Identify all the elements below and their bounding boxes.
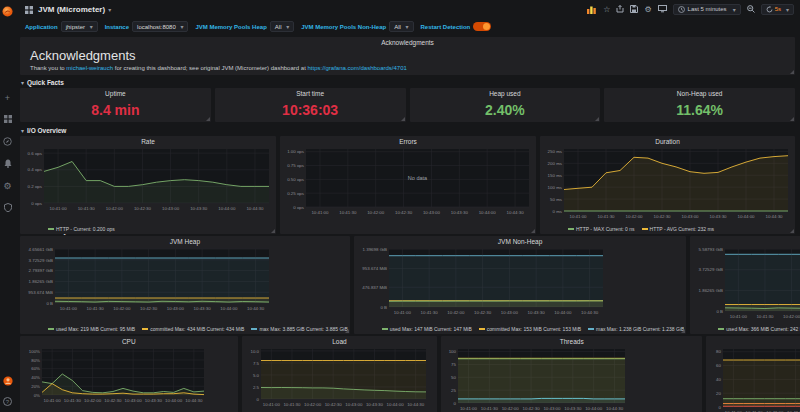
svg-text:10:42:30: 10:42:30 [140, 306, 158, 311]
settings-gear-icon[interactable]: ⚙ [644, 5, 651, 14]
sidebar-nav: + ⚙ [3, 93, 12, 213]
time-range-picker[interactable]: Last 5 minutes ▾ [673, 4, 741, 15]
legend-item[interactable]: used Max: 219 MiB Current: 95 MiB [48, 326, 135, 332]
pools-nonheap-select[interactable]: All ▾ [389, 21, 413, 32]
legend-item[interactable]: committed Max: 434 MiB Current: 434 MiB [142, 326, 244, 332]
title-caret-icon[interactable]: ▾ [108, 6, 111, 13]
svg-text:100 ms: 100 ms [548, 185, 563, 190]
svg-text:10:43:00: 10:43:00 [423, 210, 441, 215]
thread-states-chart[interactable]: 10:41:0010:41:3010:42:0010:42:3010:43:00… [708, 346, 800, 412]
clock-icon [678, 6, 685, 13]
svg-text:10:41:00: 10:41:00 [394, 310, 412, 315]
share-icon[interactable] [616, 5, 624, 13]
legend-item[interactable]: HTTP - MAX Current: 0 ns [568, 226, 635, 232]
svg-text:10:43:00: 10:43:00 [681, 214, 699, 219]
cpu-chart[interactable]: 10:41:0010:41:3010:42:0010:42:3010:43:00… [22, 346, 236, 412]
svg-text:No data: No data [408, 175, 428, 181]
svg-text:10:41:00: 10:41:00 [460, 406, 478, 411]
add-panel-icon[interactable] [587, 5, 597, 14]
row-io-overview[interactable]: ▾ I/O Overview [21, 126, 795, 134]
svg-text:10:44:30: 10:44:30 [765, 214, 783, 219]
panel-title[interactable]: Start time [215, 88, 406, 98]
duration-chart[interactable]: 10:41:0010:41:3010:42:0010:42:3010:43:00… [542, 146, 793, 224]
grafana-logo-icon[interactable] [2, 3, 13, 21]
application-label: Application [25, 24, 58, 30]
favorite-star-icon[interactable]: ☆ [603, 5, 610, 14]
configuration-gear-icon[interactable]: ⚙ [3, 181, 11, 191]
cycle-view-monitor-icon[interactable] [658, 5, 667, 13]
refresh-picker[interactable]: 5s ▾ [761, 4, 794, 15]
zoom-out-icon[interactable] [747, 5, 755, 13]
legend-item[interactable]: max Max: 1.238 GiB Current: 1.238 GiB [588, 326, 684, 332]
panel-title[interactable]: Threads [443, 336, 700, 346]
pools-heap-select[interactable]: All ▾ [270, 21, 294, 32]
panel-title[interactable]: Thread States [708, 336, 800, 346]
legend-item[interactable]: max Max: 3.885 GiB Current: 3.885 GiB [251, 326, 347, 332]
panel-title[interactable]: JVM Total [692, 236, 800, 246]
svg-text:0 ops: 0 ops [31, 201, 43, 206]
time-range-caret-icon: ▾ [733, 6, 736, 13]
panel-errors: Errors 10:41:0010:41:3010:42:0010:42:301… [280, 136, 536, 234]
instance-select[interactable]: localhost:8080 ▾ [132, 21, 188, 32]
user-avatar[interactable] [3, 372, 13, 390]
svg-text:10:41:30: 10:41:30 [481, 406, 499, 411]
jvm-nonheap-chart[interactable]: 10:41:0010:41:3010:42:0010:42:3010:43:00… [356, 246, 685, 324]
load-chart[interactable]: 10:41:0010:41:3010:42:0010:42:3010:43:00… [244, 346, 436, 412]
svg-text:2.5: 2.5 [252, 385, 259, 390]
legend-item[interactable]: used Max: 366 MiB Current: 242 MiB [718, 326, 800, 332]
panel-title[interactable]: JVM Non-Heap [356, 236, 685, 246]
panel-title[interactable]: CPU [22, 336, 236, 346]
author-link[interactable]: michael-weirauch [66, 65, 113, 71]
rate-legend: HTTP - Current: 0.200 ops [22, 224, 274, 233]
refresh-interval-label: 5s [775, 6, 781, 12]
create-plus-icon[interactable]: + [5, 93, 10, 103]
help-icon[interactable]: ? [3, 397, 12, 406]
panel-threads: Threads 10:41:0010:41:3010:42:0010:42:30… [441, 336, 702, 412]
panel-title[interactable]: Errors [282, 136, 534, 146]
panel-title[interactable]: JVM Heap [22, 236, 348, 246]
svg-text:10:42:00: 10:42:00 [113, 306, 131, 311]
panel-title[interactable]: Duration [542, 136, 793, 146]
legend-item[interactable]: HTTP - AVG Current: 232 ms [642, 226, 715, 232]
save-icon[interactable] [630, 5, 638, 13]
jvm-heap-chart[interactable]: 10:41:0010:41:3010:42:0010:42:3010:43:00… [22, 246, 348, 324]
panel-title[interactable]: Rate [22, 136, 274, 146]
variable-application: Application jhipster ▾ [25, 21, 98, 32]
panel-title[interactable]: Heap used [410, 88, 601, 98]
server-admin-shield-icon[interactable] [4, 203, 12, 213]
dashboard-title[interactable]: JVM (Micrometer) [38, 5, 105, 14]
svg-text:25: 25 [452, 388, 457, 393]
svg-text:10:41:00: 10:41:00 [60, 306, 78, 311]
svg-text:10:44:30: 10:44:30 [185, 398, 203, 403]
svg-text:10:44:00: 10:44:00 [386, 402, 404, 407]
svg-text:10:43:30: 10:43:30 [451, 210, 469, 215]
panel-title[interactable]: Load [244, 336, 436, 346]
rate-chart[interactable]: 10:41:0010:41:3010:42:0010:42:3010:43:00… [22, 146, 274, 224]
row-quick-facts[interactable]: ▾ Quick Facts [21, 78, 795, 86]
dashboards-icon[interactable] [4, 115, 12, 125]
svg-text:10:43:00: 10:43:00 [167, 306, 185, 311]
errors-chart[interactable]: 10:41:0010:41:3010:42:0010:42:3010:43:00… [282, 146, 534, 224]
jvm-total-chart[interactable]: 10:41:0010:41:3010:42:0010:42:3010:43:00… [692, 246, 800, 324]
explore-compass-icon[interactable] [3, 137, 12, 147]
dashboard-url-link[interactable]: https://grafana.com/dashboards/4701 [307, 65, 406, 71]
alerting-bell-icon[interactable] [4, 159, 12, 169]
application-select[interactable]: jhipster ▾ [61, 21, 98, 32]
svg-text:10:41:30: 10:41:30 [597, 214, 615, 219]
svg-text:10:43:30: 10:43:30 [194, 306, 212, 311]
restart-detection-toggle[interactable] [473, 22, 491, 31]
navbar-actions: ☆ ⚙ Last 5 minutes ▾ 5s ▾ [587, 4, 794, 15]
legend-item[interactable]: HTTP - Current: 0.200 ops [48, 226, 115, 232]
panel-title[interactable]: Uptime [20, 88, 211, 98]
panel-uptime: Uptime 8.4 min [20, 88, 211, 122]
svg-text:10:44:00: 10:44:00 [220, 306, 238, 311]
panel-title[interactable]: Acknowledgments [20, 37, 795, 47]
svg-text:80%: 80% [31, 358, 40, 363]
legend-item[interactable]: used Max: 147 MiB Current: 147 MiB [382, 326, 472, 332]
svg-text:10:44:30: 10:44:30 [407, 402, 425, 407]
svg-text:10:43:30: 10:43:30 [565, 406, 583, 411]
legend-item[interactable]: committed Max: 153 MiB Current: 153 MiB [479, 326, 581, 332]
svg-text:10:44:00: 10:44:00 [479, 210, 497, 215]
threads-chart[interactable]: 10:41:0010:41:3010:42:0010:42:3010:43:00… [443, 346, 700, 412]
panel-title[interactable]: Non-Heap used [604, 88, 795, 98]
